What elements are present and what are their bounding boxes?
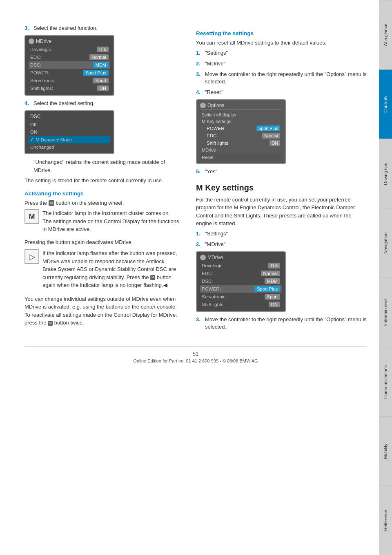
reset-step-4: 4. "Reset" [196, 89, 367, 96]
unchanged-note: "Unchanged" retains the current setting … [33, 158, 180, 174]
dsc-row-dynamic: ✓ M Dynamic Mode [29, 136, 110, 143]
footer-text: Online Edition for Part no. 01 41 2 600 … [24, 358, 367, 363]
sidebar-tab-controls[interactable]: Controls [379, 69, 392, 139]
m-indicator-section: M The indicator lamp in the instrument c… [24, 209, 180, 236]
dsc-screen-title: DSC [29, 114, 110, 119]
screen2-row-servotronic: Servotronic: Sport [200, 293, 282, 300]
pressing-again-text: Pressing the button again deactivates MD… [24, 238, 180, 246]
mkey-step-1: 1. "Settings" [196, 230, 367, 237]
screen-row-edc: EDC: Normal [29, 54, 110, 61]
opt-power: POWER Sport Plus [200, 125, 282, 132]
mdrive-screen-2-title: MDrive [200, 255, 282, 260]
opt-mdrive-label: MDrive [200, 147, 282, 153]
screen2-row-dsc: DSC: MDM [200, 278, 282, 285]
two-column-layout: 3. Select the desired function. MDrive D… [24, 25, 367, 334]
mdrive-screen-title: MDrive [29, 38, 110, 44]
options-screen-title: Options [200, 103, 282, 110]
m-button-warning-icon: M [150, 275, 155, 280]
warning-text: If the indicator lamp flashes after the … [42, 249, 180, 289]
mkey-intro-text: For the remote control currently in use,… [196, 196, 367, 228]
screen-row-power: POWER: Sport Plus [29, 69, 110, 76]
sidebar-tab-reference[interactable]: Reference [379, 486, 392, 555]
sidebar-tab-entertainment[interactable]: Entertainment [379, 278, 392, 347]
activating-heading: Activating the settings [24, 190, 180, 197]
mkey-step-3: 3. Move the controller to the right repe… [196, 316, 367, 331]
page-footer: 51 Online Edition for Part no. 01 41 2 6… [24, 346, 367, 363]
screen-row-dsc: DSC: MDM [29, 61, 110, 69]
right-column: Resetting the settings You can reset all… [196, 25, 367, 334]
screen-row-drivelogic: Drivelogic: D 5 [29, 46, 110, 53]
screen-row-servotronic: Servotronic: Sport [29, 77, 110, 84]
m-icon-box: M [24, 209, 39, 224]
left-column: 3. Select the desired function. MDrive D… [24, 25, 180, 334]
step-4-num: 4. [24, 100, 31, 107]
sidebar-tab-driving-tips[interactable]: Driving tips [379, 139, 392, 208]
screen2-row-edc: EDC: Normal [200, 270, 282, 277]
dsc-row-on: ON [29, 128, 110, 136]
main-content: 3. Select the desired function. MDrive D… [0, 0, 379, 555]
options-icon [200, 103, 206, 108]
screen2-row-power: POWER: Sport Plus [200, 285, 282, 293]
mdrive-screen-1: MDrive Drivelogic: D 5 EDC: Normal DSC: … [24, 35, 114, 96]
opt-edc: EDC Normal [200, 132, 282, 139]
opt-mkey: M Key settings [200, 118, 282, 125]
opt-shiftlights: Shift lights ON [200, 139, 282, 147]
setting-stored-text: The setting is stored for the remote con… [24, 177, 180, 185]
m-indicator-text: The indicator lamp in the instrument clu… [42, 209, 180, 233]
resetting-heading: Resetting the settings [196, 30, 367, 36]
m-button-change-icon: M [48, 321, 53, 326]
mkey-heading: M Key settings [196, 183, 367, 192]
opt-reset-button: Reset [200, 154, 282, 161]
warning-section: ▷ If the indicator lamp flashes after th… [24, 249, 180, 292]
dsc-row-off: Off [29, 121, 110, 128]
mdrive-icon [29, 38, 34, 44]
options-screen: Options Switch off display M Key setting… [196, 99, 286, 164]
reset-step-3: 3. Move the controller to the right repe… [196, 71, 367, 85]
reset-step-2: 2. "MDrive" [196, 60, 367, 67]
opt-switch-display: Switch off display [200, 112, 282, 118]
screen-row-shiftlights: Shift lights: ON [29, 85, 110, 92]
mdrive-screen-2: MDrive Drivelogic: D 5 EDC: Normal DSC: … [196, 251, 286, 312]
mdrive2-icon [200, 255, 206, 260]
step-3: 3. Select the desired function. [24, 25, 180, 32]
mkey-step-2: 2. "MDrive" [196, 241, 367, 248]
sidebar-tab-communications[interactable]: Communications [379, 347, 392, 416]
change-individual-text: You can change individual settings outsi… [24, 295, 180, 327]
resetting-intro: You can reset all MDrive settings to the… [196, 39, 367, 47]
sidebar-tab-at-a-glance[interactable]: At a glance [379, 0, 392, 69]
screen2-row-drivelogic: Drivelogic: D 5 [200, 262, 282, 269]
reset-step-1: 1. "Settings" [196, 49, 367, 57]
step-3-text: Select the desired function. [33, 25, 98, 32]
step-4-text: Select the desired setting. [33, 100, 95, 107]
activating-intro: Press the M button on the steering wheel… [24, 199, 180, 207]
sidebar: At a glance Controls Driving tips Naviga… [379, 0, 392, 555]
sidebar-tab-mobility[interactable]: Mobility [379, 416, 392, 486]
m-button-inline-icon: M [49, 200, 54, 206]
reset-step-5: 5. "Yes" [196, 168, 367, 175]
sidebar-tab-navigation[interactable]: Navigation [379, 208, 392, 278]
step-4: 4. Select the desired setting. [24, 100, 180, 107]
dsc-row-unchanged: Unchanged [29, 143, 110, 151]
page-number: 51 [24, 351, 367, 357]
triangle-icon: ▷ [29, 252, 35, 262]
step-3-num: 3. [24, 25, 31, 32]
screen2-row-shiftlights: Shift lights: ON [200, 301, 282, 308]
dsc-screen: DSC Off ON ✓ M Dynamic Mode Unchanged [24, 110, 114, 154]
warning-icon-box: ▷ [24, 249, 39, 264]
